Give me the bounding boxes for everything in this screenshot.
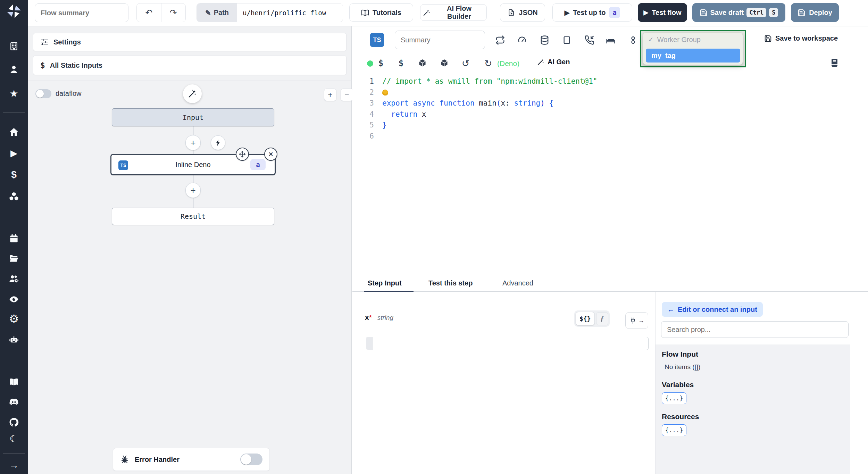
play-icon: ▶ xyxy=(565,9,570,17)
trigger-bolt-button[interactable] xyxy=(211,135,225,150)
search-prop-input[interactable] xyxy=(661,321,849,338)
zoom-in-button[interactable]: + xyxy=(324,89,336,101)
sidebar-divider xyxy=(3,112,25,113)
error-handler-card[interactable]: Error Handler xyxy=(113,448,270,471)
gauge-icon[interactable] xyxy=(516,34,528,46)
connect-input-button[interactable]: → xyxy=(625,312,648,329)
runs-play-icon[interactable]: ▶ xyxy=(8,147,20,159)
magic-wand-icon xyxy=(537,58,545,66)
tab-test-this-step[interactable]: Test this step xyxy=(428,274,473,292)
ai-flow-builder-button[interactable]: AI Flow Builder xyxy=(420,4,487,21)
dataflow-label: dataflow xyxy=(56,90,82,98)
zoom-out-button[interactable]: − xyxy=(341,89,353,101)
edit-or-connect-button[interactable]: ← Edit or connect an input xyxy=(662,302,763,317)
save-draft-button[interactable]: Save draft Ctrl S xyxy=(692,3,785,22)
lightbulb-icon[interactable] xyxy=(382,90,388,95)
move-step-button[interactable] xyxy=(236,148,249,161)
static-dollar-icon[interactable]: $ xyxy=(395,57,407,69)
docs-book-icon[interactable] xyxy=(8,376,20,388)
flow-summary-input[interactable] xyxy=(35,3,128,22)
summary-input[interactable] xyxy=(395,31,485,49)
undo-redo-group: ↶ ↷ xyxy=(136,3,186,22)
concurrency-voicemail-icon[interactable] xyxy=(627,34,639,46)
error-handler-toggle[interactable] xyxy=(240,454,262,465)
tab-advanced[interactable]: Advanced xyxy=(502,274,533,292)
bug-icon xyxy=(120,455,129,464)
tutorials-button[interactable]: Tutorials xyxy=(349,3,413,22)
node-inline-deno[interactable]: TS Inline Deno a xyxy=(110,154,276,175)
deploy-button[interactable]: Deploy xyxy=(791,3,839,22)
variables-dollar-icon[interactable]: $ xyxy=(375,57,387,69)
node-result[interactable]: Result xyxy=(112,208,274,225)
kbd-s: S xyxy=(769,8,778,17)
ai-robot-icon[interactable] xyxy=(8,333,20,346)
sleep-bed-icon[interactable] xyxy=(604,34,617,46)
test-flow-button[interactable]: ▶ Test flow xyxy=(638,3,687,22)
library-book-icon[interactable] xyxy=(828,56,841,69)
step-input-panel: x* string ${} ƒ → xyxy=(352,292,655,474)
editor-gutter xyxy=(366,337,373,350)
folders-icon[interactable] xyxy=(8,252,20,265)
windmill-logo-icon[interactable] xyxy=(6,3,22,19)
lang-ready-dot xyxy=(367,60,373,67)
collapse-arrow-icon[interactable]: → xyxy=(8,459,20,472)
path-input[interactable] xyxy=(237,3,343,22)
file-json-icon xyxy=(507,9,515,17)
toggle-knob xyxy=(241,454,251,465)
favorites-star-icon[interactable]: ★ xyxy=(8,88,20,100)
add-step-button[interactable]: + xyxy=(185,183,201,198)
worker-tag-option-selected[interactable]: my_tag xyxy=(646,49,740,63)
discord-icon[interactable] xyxy=(8,396,20,408)
reset-rotate-ccw-icon[interactable]: ↺ xyxy=(459,57,472,69)
worker-group-option[interactable]: ✓ Worker Group xyxy=(648,35,701,44)
value-input[interactable] xyxy=(375,337,643,350)
node-input[interactable]: Input xyxy=(112,108,274,126)
undo-button[interactable]: ↶ xyxy=(137,3,161,22)
flow-settings-button[interactable]: Settings xyxy=(33,33,347,51)
check-icon: ✓ xyxy=(648,35,654,44)
path-button[interactable]: ✎ Path xyxy=(197,3,237,22)
graph-ai-wand-button[interactable] xyxy=(183,84,202,103)
worker-group-dropdown: ✓ Worker Group my_tag xyxy=(640,30,746,67)
json-button[interactable]: JSON xyxy=(500,3,545,22)
schedules-calendar-icon[interactable] xyxy=(8,232,20,245)
variables-title: Variables xyxy=(662,381,850,389)
dataflow-toggle[interactable] xyxy=(35,89,51,98)
cache-database-icon[interactable] xyxy=(538,34,551,46)
home-icon[interactable] xyxy=(8,126,20,138)
user-icon[interactable] xyxy=(8,63,20,76)
settings-gear-icon[interactable]: ⚙ xyxy=(8,313,20,325)
audit-eye-icon[interactable] xyxy=(8,293,20,306)
step-tabs: Step Input Test this step Advanced xyxy=(352,274,868,292)
resources-object-button[interactable]: {...} xyxy=(662,424,686,436)
editor-toolbar: TS Save to workspace xyxy=(352,26,868,73)
all-static-inputs-button[interactable]: $ All Static Inputs xyxy=(33,56,347,75)
save-to-workspace-button[interactable]: Save to workspace xyxy=(762,34,840,43)
resources-boxes-icon[interactable] xyxy=(8,190,20,203)
prop-picker-panel: ← Edit or connect an input Flow Input No… xyxy=(655,292,868,474)
dollar-icon: $ xyxy=(40,61,45,70)
retry-repeat-icon[interactable] xyxy=(494,34,506,46)
add-step-button[interactable]: + xyxy=(185,135,201,150)
test-up-to-button[interactable]: ▶ Test up to a xyxy=(552,3,632,22)
suspend-phone-icon[interactable] xyxy=(583,34,595,46)
ai-gen-button[interactable]: AI Gen xyxy=(535,58,572,66)
delete-step-button[interactable]: ✕ xyxy=(264,148,277,161)
variables-object-button[interactable]: {...} xyxy=(662,392,686,404)
package-cube-icon[interactable] xyxy=(416,57,428,69)
expr-mode-button[interactable]: ${} xyxy=(576,312,595,325)
variables-dollar-icon[interactable]: $ xyxy=(8,168,20,181)
tab-step-input[interactable]: Step Input xyxy=(368,274,402,292)
code-editor[interactable]: 123456 // import * as wmill from "npm:wi… xyxy=(352,73,868,274)
dark-mode-moon-icon[interactable]: ☾ xyxy=(8,433,20,445)
mock-square-icon[interactable] xyxy=(560,34,573,46)
reload-rotate-cw-icon[interactable]: ↻ xyxy=(482,57,494,69)
fx-mode-button[interactable]: ƒ xyxy=(596,312,609,325)
package-cube-icon[interactable] xyxy=(438,57,450,69)
github-icon[interactable] xyxy=(8,416,20,429)
redo-button[interactable]: ↷ xyxy=(161,3,186,22)
arrow-right-icon: → xyxy=(638,317,644,324)
value-editor[interactable] xyxy=(366,337,649,350)
workspace-building-icon[interactable] xyxy=(8,40,20,52)
groups-icon[interactable] xyxy=(8,273,20,285)
